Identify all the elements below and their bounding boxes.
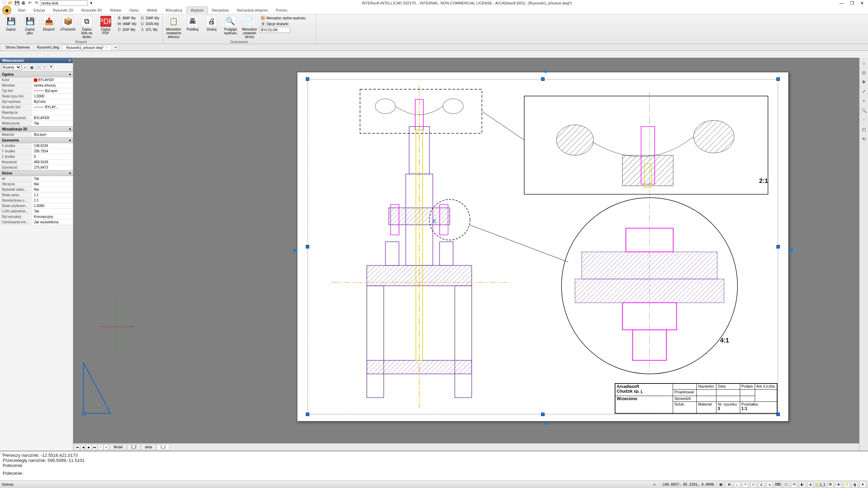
prop-row[interactable]: Wysokość409.9109 (0, 159, 73, 165)
hardware-icon[interactable]: ⚡ (844, 482, 850, 488)
annotation-scale-icon[interactable]: A (807, 482, 813, 488)
publish-button[interactable]: 🖶Publikuj (184, 15, 201, 32)
funnel-icon[interactable]: ⧩ (48, 64, 54, 70)
stl-export-button[interactable]: SSTL Wy (139, 27, 160, 32)
transparency-icon[interactable]: ◐ (799, 482, 805, 488)
close-icon[interactable]: × (105, 46, 107, 50)
cmdline-close-icon[interactable]: × (1, 452, 5, 457)
doc-tab-rysunek1[interactable]: Rysunek1.dwg (34, 45, 63, 50)
qat-dropdown-icon[interactable]: ▾ (88, 0, 94, 6)
drawing-canvas[interactable]: C (73, 58, 859, 451)
properties-close-icon[interactable]: × (69, 58, 71, 62)
prop-row[interactable]: Hiperłącze (0, 110, 73, 115)
tab-opisy[interactable]: Opisy (125, 7, 143, 14)
cycle-icon[interactable]: ⟳ (791, 482, 797, 488)
dxf-export-button[interactable]: DDXF Wy (116, 27, 138, 32)
tab-rysunek3d[interactable]: Rysunek 3D (77, 7, 106, 14)
export-button[interactable]: 📤Eksport (40, 15, 58, 32)
lwt-toggle-icon[interactable]: ≡ (767, 482, 773, 488)
prop-section[interactable]: Wizualizacja 3D▾ (0, 126, 73, 132)
otrack-toggle-icon[interactable]: ∠ (758, 482, 765, 488)
maximize-button[interactable]: ❐ (850, 1, 854, 6)
plot-style-manager-button[interactable]: 🎨Menadżer stylów wydruku (260, 15, 314, 21)
wmf-export-button[interactable]: WWMF Wy (116, 21, 138, 26)
nav-zoom-extents-icon[interactable]: ⤢ (861, 88, 867, 94)
tab-widok[interactable]: Widok (143, 7, 161, 14)
qat-undo-icon[interactable]: ↶ (27, 0, 33, 6)
tab-narzedzia[interactable]: Narzędzia (208, 7, 233, 14)
print-button[interactable]: 🖨Drukuj (203, 15, 220, 32)
layout-prev-icon[interactable]: ◀ (80, 445, 86, 450)
customize-icon[interactable]: ▾ (860, 482, 866, 488)
qat-new-icon[interactable]: 📄 (1, 0, 7, 6)
doc-tab-arkusze[interactable]: Rysunek1_arkusze.dwg*× (63, 45, 111, 50)
prop-row[interactable]: Szerokość275.6473 (0, 165, 73, 170)
print-preview-button[interactable]: 🔍Podgląd wydruku (222, 15, 239, 36)
nav-home-icon[interactable]: ⌂ (861, 60, 867, 66)
prop-row[interactable]: Y środka205.7554 (0, 149, 73, 154)
bmp-export-button[interactable]: BBMP Wy (116, 15, 138, 21)
prop-section[interactable]: Ogólne▾ (0, 72, 73, 77)
layout-list-icon[interactable]: ≡ (103, 445, 109, 450)
layout-tab-detal[interactable]: detal (141, 444, 156, 450)
dynmode-toggle-icon[interactable]: ⌨ (775, 482, 781, 488)
viewport-selection[interactable] (308, 79, 778, 414)
tab-wizualizuj[interactable]: Wizualizuj (161, 7, 186, 14)
grip-top-mid[interactable] (541, 77, 545, 81)
qat-print-icon[interactable]: 🖶 (21, 0, 26, 6)
grip-bottom-right[interactable] (776, 413, 780, 416)
prop-row[interactable]: włTak (0, 176, 73, 182)
prop-row[interactable]: Skala użytkown...1.0000 (0, 203, 73, 209)
layout-add-icon[interactable]: + (98, 445, 103, 450)
prop-row[interactable]: LUW oddzielnie...Tak (0, 209, 73, 214)
close-button[interactable]: ✕ (860, 1, 864, 6)
prop-row[interactable]: PrzeźroczystośćBYLAYER (0, 115, 73, 121)
grip-top-left[interactable] (306, 77, 309, 81)
nav-zoom-in-icon[interactable]: ＋ (861, 98, 867, 104)
grip-mid-left[interactable] (306, 245, 309, 248)
prop-row[interactable]: Styl wydrukuByColor (0, 99, 73, 105)
nav-pan-icon[interactable]: ✥ (861, 79, 867, 85)
layout-next-icon[interactable]: ▶ (86, 445, 92, 450)
tab-wstaw[interactable]: Wstaw (106, 7, 125, 14)
command-line[interactable]: × Pierwszy narożnik: -12.5518,421.0173 P… (0, 451, 868, 481)
osnap-toggle-icon[interactable]: ◇ (750, 482, 756, 488)
page-arrow-bottom[interactable]: ▲ (543, 420, 548, 426)
status-record-icon[interactable]: ＋ (652, 482, 657, 488)
prop-row[interactable]: Wyświetl zablo...Nie (0, 187, 73, 192)
grip-bottom-mid[interactable] (541, 413, 545, 416)
prop-row[interactable]: Skala opisu1:1 (0, 192, 73, 198)
tab-rysunek2d[interactable]: Rysunek 2D (49, 7, 77, 14)
doc-tab-add[interactable]: + (111, 45, 118, 50)
dgn-export-button[interactable]: DDGN Wy (139, 21, 160, 26)
page-arrow-left[interactable]: ▶ (293, 247, 297, 253)
prop-row[interactable]: Z środka0 (0, 154, 73, 159)
save-as-button[interactable]: 💾Zapisz jako (21, 15, 39, 36)
select-objects-icon[interactable]: ☐ (35, 64, 41, 70)
minimize-button[interactable]: — (840, 1, 844, 6)
polar-toggle-icon[interactable]: ✧ (742, 482, 748, 488)
prop-row[interactable]: X środka138.6236 (0, 143, 73, 149)
nav-zoom-out-icon[interactable]: － (861, 117, 867, 123)
prop-section[interactable]: Geometria▾ (0, 137, 73, 143)
qat-open-icon[interactable]: 📂 (8, 0, 13, 6)
tab-wyjscie[interactable]: Wyjście (186, 6, 208, 14)
prop-row[interactable]: Styl wizualnyKoncepcyjny (0, 214, 73, 220)
tab-edycja[interactable]: Edycja (29, 7, 49, 14)
sc-toggle-icon[interactable]: ◫ (783, 482, 789, 488)
gear-icon[interactable]: ⚙ (827, 482, 833, 488)
prop-row[interactable]: Typ liniiByLayer (0, 88, 73, 94)
selection-type-combo[interactable]: Rzutnia (1, 64, 21, 70)
prop-row[interactable]: WidocznośćTak (0, 121, 73, 126)
page-setup-button[interactable]: 📄Menedżer ustawień strony (241, 15, 258, 39)
nav-orbit-icon[interactable]: ⟲ (861, 136, 867, 142)
grip-top-right[interactable] (776, 77, 780, 81)
printer-options-button[interactable]: ⚙Opcje drukarki (260, 21, 314, 26)
isolate-icon[interactable]: 👁 (835, 482, 842, 488)
command-prompt[interactable]: Polecenie: (3, 471, 865, 476)
qat-save-icon[interactable]: 💾 (14, 0, 20, 6)
prop-row[interactable]: Grubość liniiBYLAY... (0, 105, 73, 110)
layout-tab-1[interactable]: 1_2 (127, 444, 140, 450)
toggle-pick-icon[interactable]: ⎆ (22, 64, 28, 70)
filter-icon[interactable]: ▽ (42, 64, 47, 70)
